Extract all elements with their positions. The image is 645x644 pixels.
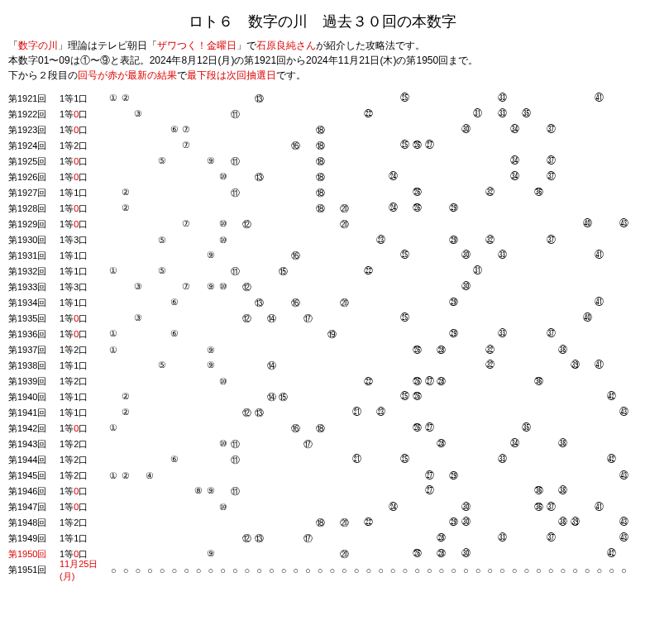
number-cell: ㊶ (594, 502, 606, 513)
number-cell (120, 124, 132, 136)
empty-number-cell: ○ (411, 565, 423, 575)
number-cell (436, 502, 448, 513)
number-cell (387, 532, 399, 545)
draw-row: 第1939回1等2口⑩㉒㉖㉗㉘㊱ (8, 374, 637, 389)
number-cell (618, 438, 630, 451)
number-cell (314, 502, 327, 513)
number-cell: ㊵ (581, 218, 594, 231)
drawn-number: ㉖ (413, 187, 422, 197)
drawn-number: ⑪ (231, 455, 240, 465)
number-cell (594, 454, 606, 466)
number-cell (338, 376, 351, 387)
number-cell: ⑳ (338, 548, 351, 561)
number-cell (193, 281, 205, 293)
number-cell: ㉖ (411, 548, 423, 561)
number-cell: ㊸ (618, 470, 630, 481)
number-cell (484, 328, 496, 341)
drawn-number: ㊱ (534, 485, 543, 495)
drawn-number: ㉕ (400, 140, 409, 150)
drawn-number: ㊶ (595, 297, 604, 307)
number-cell (338, 93, 351, 105)
draw-number: 第1937回 (8, 344, 60, 356)
drawn-number: ⑤ (158, 265, 166, 275)
number-cell (253, 502, 265, 513)
draw-number: 第1930回 (8, 234, 60, 246)
draw-row: 第1937回1等2口①⑨㉖㉘㉜㊳ (8, 342, 637, 358)
number-cell: ㉓ (375, 407, 387, 419)
number-cell: ㉖ (411, 187, 423, 199)
number-cell: ㊴ (569, 360, 581, 372)
number-cell (289, 93, 302, 105)
number-cell (253, 454, 265, 466)
number-cell (545, 470, 557, 481)
number-cell (520, 250, 533, 262)
drawn-number: ㊷ (607, 391, 616, 401)
number-cell (120, 328, 132, 341)
drawn-number: ⑯ (291, 141, 300, 150)
number-cell: ⑩ (217, 218, 229, 231)
draw-row: 第1935回1等0口③⑫⑭⑰㉕㊵ (8, 311, 637, 327)
drawn-number: ⑱ (316, 141, 325, 150)
number-cell (131, 235, 144, 246)
number-cell (289, 312, 302, 325)
number-cell (387, 454, 399, 466)
number-cell: ⑭ (265, 312, 278, 325)
number-cell (131, 250, 144, 262)
drawn-number: ㊶ (595, 502, 604, 512)
number-cell (581, 250, 594, 262)
number-cell (436, 140, 448, 152)
number-cell (144, 108, 156, 121)
number-cell (545, 297, 557, 309)
number-cell (338, 485, 351, 498)
number-cell: ㉞ (509, 124, 521, 136)
number-cell (265, 281, 278, 293)
drawn-number: ⑤ (158, 155, 166, 165)
number-cell (362, 391, 375, 403)
number-cell (241, 155, 254, 168)
number-cell (387, 470, 399, 481)
number-cell (229, 345, 241, 355)
number-cell (496, 360, 509, 372)
number-cell (180, 376, 193, 387)
number-cell (484, 203, 496, 215)
number-cell (436, 517, 448, 529)
drawn-number: ㉘ (437, 345, 446, 355)
number-cell (581, 265, 594, 278)
number-cell (265, 328, 278, 341)
number-cell (302, 297, 314, 309)
prize-count: 1等2口 (60, 438, 108, 451)
draw-row: 第1936回1等0口①⑥⑲㉙㉝㊲ (8, 327, 637, 342)
drawn-number: ⑩ (219, 376, 227, 386)
number-cell (168, 250, 180, 262)
drawn-number: ㉚ (461, 250, 471, 260)
number-cell (509, 250, 521, 262)
number-cell: ㉑ (351, 407, 363, 419)
number-cell (205, 203, 217, 215)
number-cell: ㊴ (569, 517, 581, 529)
draw-row: 第1929回1等0口⑦⑩⑫⑳㊵㊸ (8, 217, 637, 232)
number-cell (545, 360, 557, 372)
number-cell (533, 265, 545, 278)
drawn-number: ㊱ (534, 502, 543, 512)
drawn-number: ㊳ (558, 517, 567, 527)
number-cell (302, 171, 314, 184)
draw-number: 第1924回 (8, 140, 60, 152)
intro-line-2: 本数字01〜09は①〜⑨と表記。2024年8月12日(月)の第1921回から20… (8, 53, 637, 68)
number-cell (351, 281, 363, 293)
number-cell (253, 391, 265, 403)
number-cell (411, 155, 423, 168)
number-cell (180, 485, 193, 498)
number-cell: ㊷ (605, 454, 618, 466)
number-cell (229, 391, 241, 403)
number-cell (314, 485, 327, 498)
number-cell (569, 345, 581, 355)
number-cell (472, 470, 485, 481)
number-cell (265, 485, 278, 498)
number-cell (375, 187, 387, 199)
number-cell (144, 391, 156, 403)
prize-count: 1等0口 (60, 501, 108, 513)
number-cell (362, 312, 375, 325)
drawn-number: ㊳ (558, 345, 567, 355)
number-cell: ⑯ (289, 297, 302, 309)
number-cell (605, 502, 618, 513)
